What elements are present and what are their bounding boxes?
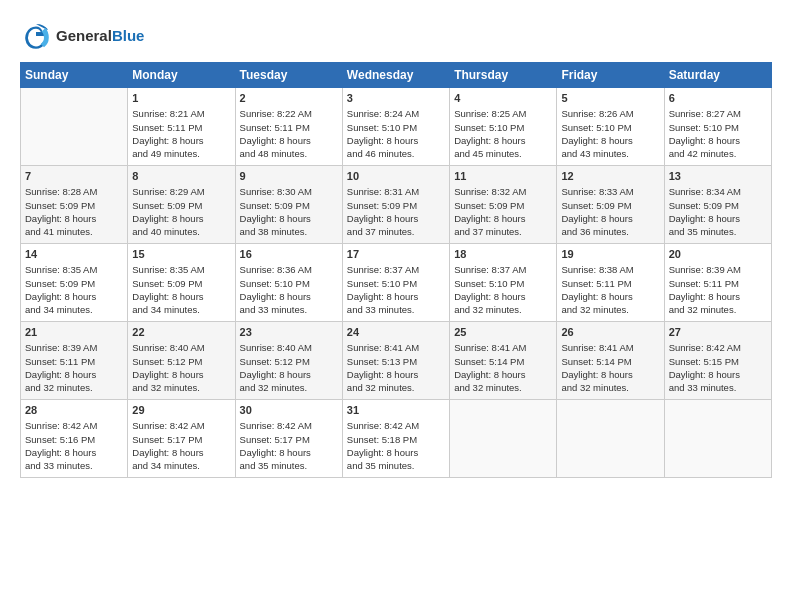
day-content: Sunrise: 8:37 AM Sunset: 5:10 PM Dayligh… xyxy=(347,264,419,315)
calendar-cell: 17Sunrise: 8:37 AM Sunset: 5:10 PM Dayli… xyxy=(342,244,449,322)
calendar-cell: 15Sunrise: 8:35 AM Sunset: 5:09 PM Dayli… xyxy=(128,244,235,322)
calendar-cell: 31Sunrise: 8:42 AM Sunset: 5:18 PM Dayli… xyxy=(342,400,449,478)
day-content: Sunrise: 8:34 AM Sunset: 5:09 PM Dayligh… xyxy=(669,186,741,237)
day-content: Sunrise: 8:38 AM Sunset: 5:11 PM Dayligh… xyxy=(561,264,633,315)
calendar-cell: 24Sunrise: 8:41 AM Sunset: 5:13 PM Dayli… xyxy=(342,322,449,400)
day-content: Sunrise: 8:35 AM Sunset: 5:09 PM Dayligh… xyxy=(132,264,204,315)
header: GeneralBlue xyxy=(20,20,772,52)
day-number: 9 xyxy=(240,169,338,184)
calendar-cell: 13Sunrise: 8:34 AM Sunset: 5:09 PM Dayli… xyxy=(664,166,771,244)
calendar-cell: 16Sunrise: 8:36 AM Sunset: 5:10 PM Dayli… xyxy=(235,244,342,322)
calendar-header-tuesday: Tuesday xyxy=(235,63,342,88)
calendar-cell xyxy=(664,400,771,478)
calendar-cell xyxy=(21,88,128,166)
day-content: Sunrise: 8:30 AM Sunset: 5:09 PM Dayligh… xyxy=(240,186,312,237)
calendar-week-4: 21Sunrise: 8:39 AM Sunset: 5:11 PM Dayli… xyxy=(21,322,772,400)
day-number: 12 xyxy=(561,169,659,184)
day-number: 22 xyxy=(132,325,230,340)
calendar-header-friday: Friday xyxy=(557,63,664,88)
calendar-cell: 26Sunrise: 8:41 AM Sunset: 5:14 PM Dayli… xyxy=(557,322,664,400)
day-number: 28 xyxy=(25,403,123,418)
day-number: 4 xyxy=(454,91,552,106)
calendar-header-saturday: Saturday xyxy=(664,63,771,88)
calendar-cell: 29Sunrise: 8:42 AM Sunset: 5:17 PM Dayli… xyxy=(128,400,235,478)
day-content: Sunrise: 8:42 AM Sunset: 5:17 PM Dayligh… xyxy=(132,420,204,471)
day-number: 15 xyxy=(132,247,230,262)
day-number: 25 xyxy=(454,325,552,340)
calendar-cell: 4Sunrise: 8:25 AM Sunset: 5:10 PM Daylig… xyxy=(450,88,557,166)
calendar-cell xyxy=(450,400,557,478)
calendar-cell: 14Sunrise: 8:35 AM Sunset: 5:09 PM Dayli… xyxy=(21,244,128,322)
calendar-cell: 25Sunrise: 8:41 AM Sunset: 5:14 PM Dayli… xyxy=(450,322,557,400)
day-number: 30 xyxy=(240,403,338,418)
day-number: 21 xyxy=(25,325,123,340)
day-content: Sunrise: 8:42 AM Sunset: 5:18 PM Dayligh… xyxy=(347,420,419,471)
calendar-header-monday: Monday xyxy=(128,63,235,88)
calendar-header-wednesday: Wednesday xyxy=(342,63,449,88)
calendar-cell: 20Sunrise: 8:39 AM Sunset: 5:11 PM Dayli… xyxy=(664,244,771,322)
calendar-cell: 2Sunrise: 8:22 AM Sunset: 5:11 PM Daylig… xyxy=(235,88,342,166)
calendar-cell: 28Sunrise: 8:42 AM Sunset: 5:16 PM Dayli… xyxy=(21,400,128,478)
calendar-header-row: SundayMondayTuesdayWednesdayThursdayFrid… xyxy=(21,63,772,88)
day-content: Sunrise: 8:35 AM Sunset: 5:09 PM Dayligh… xyxy=(25,264,97,315)
calendar-cell: 27Sunrise: 8:42 AM Sunset: 5:15 PM Dayli… xyxy=(664,322,771,400)
calendar-cell: 10Sunrise: 8:31 AM Sunset: 5:09 PM Dayli… xyxy=(342,166,449,244)
day-number: 31 xyxy=(347,403,445,418)
calendar-header-thursday: Thursday xyxy=(450,63,557,88)
day-number: 1 xyxy=(132,91,230,106)
day-number: 8 xyxy=(132,169,230,184)
day-number: 5 xyxy=(561,91,659,106)
day-number: 7 xyxy=(25,169,123,184)
page: GeneralBlue SundayMondayTuesdayWednesday… xyxy=(0,0,792,612)
calendar-cell xyxy=(557,400,664,478)
day-content: Sunrise: 8:21 AM Sunset: 5:11 PM Dayligh… xyxy=(132,108,204,159)
day-number: 18 xyxy=(454,247,552,262)
day-content: Sunrise: 8:27 AM Sunset: 5:10 PM Dayligh… xyxy=(669,108,741,159)
calendar-cell: 19Sunrise: 8:38 AM Sunset: 5:11 PM Dayli… xyxy=(557,244,664,322)
logo-icon xyxy=(20,20,52,52)
day-content: Sunrise: 8:40 AM Sunset: 5:12 PM Dayligh… xyxy=(240,342,312,393)
day-content: Sunrise: 8:25 AM Sunset: 5:10 PM Dayligh… xyxy=(454,108,526,159)
day-content: Sunrise: 8:39 AM Sunset: 5:11 PM Dayligh… xyxy=(669,264,741,315)
calendar-cell: 23Sunrise: 8:40 AM Sunset: 5:12 PM Dayli… xyxy=(235,322,342,400)
calendar-cell: 11Sunrise: 8:32 AM Sunset: 5:09 PM Dayli… xyxy=(450,166,557,244)
day-content: Sunrise: 8:41 AM Sunset: 5:14 PM Dayligh… xyxy=(561,342,633,393)
day-content: Sunrise: 8:41 AM Sunset: 5:14 PM Dayligh… xyxy=(454,342,526,393)
calendar-cell: 21Sunrise: 8:39 AM Sunset: 5:11 PM Dayli… xyxy=(21,322,128,400)
day-number: 19 xyxy=(561,247,659,262)
calendar-cell: 1Sunrise: 8:21 AM Sunset: 5:11 PM Daylig… xyxy=(128,88,235,166)
calendar-cell: 8Sunrise: 8:29 AM Sunset: 5:09 PM Daylig… xyxy=(128,166,235,244)
day-number: 20 xyxy=(669,247,767,262)
day-content: Sunrise: 8:42 AM Sunset: 5:16 PM Dayligh… xyxy=(25,420,97,471)
calendar-table: SundayMondayTuesdayWednesdayThursdayFrid… xyxy=(20,62,772,478)
calendar-week-1: 1Sunrise: 8:21 AM Sunset: 5:11 PM Daylig… xyxy=(21,88,772,166)
logo: GeneralBlue xyxy=(20,20,144,52)
calendar-cell: 9Sunrise: 8:30 AM Sunset: 5:09 PM Daylig… xyxy=(235,166,342,244)
day-content: Sunrise: 8:26 AM Sunset: 5:10 PM Dayligh… xyxy=(561,108,633,159)
calendar-cell: 22Sunrise: 8:40 AM Sunset: 5:12 PM Dayli… xyxy=(128,322,235,400)
day-content: Sunrise: 8:40 AM Sunset: 5:12 PM Dayligh… xyxy=(132,342,204,393)
day-number: 2 xyxy=(240,91,338,106)
day-content: Sunrise: 8:33 AM Sunset: 5:09 PM Dayligh… xyxy=(561,186,633,237)
day-number: 17 xyxy=(347,247,445,262)
calendar-week-3: 14Sunrise: 8:35 AM Sunset: 5:09 PM Dayli… xyxy=(21,244,772,322)
day-content: Sunrise: 8:42 AM Sunset: 5:15 PM Dayligh… xyxy=(669,342,741,393)
calendar-cell: 6Sunrise: 8:27 AM Sunset: 5:10 PM Daylig… xyxy=(664,88,771,166)
day-content: Sunrise: 8:24 AM Sunset: 5:10 PM Dayligh… xyxy=(347,108,419,159)
day-content: Sunrise: 8:42 AM Sunset: 5:17 PM Dayligh… xyxy=(240,420,312,471)
day-number: 13 xyxy=(669,169,767,184)
day-number: 3 xyxy=(347,91,445,106)
calendar-cell: 7Sunrise: 8:28 AM Sunset: 5:09 PM Daylig… xyxy=(21,166,128,244)
day-content: Sunrise: 8:37 AM Sunset: 5:10 PM Dayligh… xyxy=(454,264,526,315)
calendar-header-sunday: Sunday xyxy=(21,63,128,88)
logo-text: GeneralBlue xyxy=(56,27,144,45)
day-number: 6 xyxy=(669,91,767,106)
calendar-cell: 5Sunrise: 8:26 AM Sunset: 5:10 PM Daylig… xyxy=(557,88,664,166)
day-content: Sunrise: 8:22 AM Sunset: 5:11 PM Dayligh… xyxy=(240,108,312,159)
day-content: Sunrise: 8:32 AM Sunset: 5:09 PM Dayligh… xyxy=(454,186,526,237)
day-number: 27 xyxy=(669,325,767,340)
day-content: Sunrise: 8:29 AM Sunset: 5:09 PM Dayligh… xyxy=(132,186,204,237)
day-number: 16 xyxy=(240,247,338,262)
day-number: 10 xyxy=(347,169,445,184)
day-content: Sunrise: 8:36 AM Sunset: 5:10 PM Dayligh… xyxy=(240,264,312,315)
